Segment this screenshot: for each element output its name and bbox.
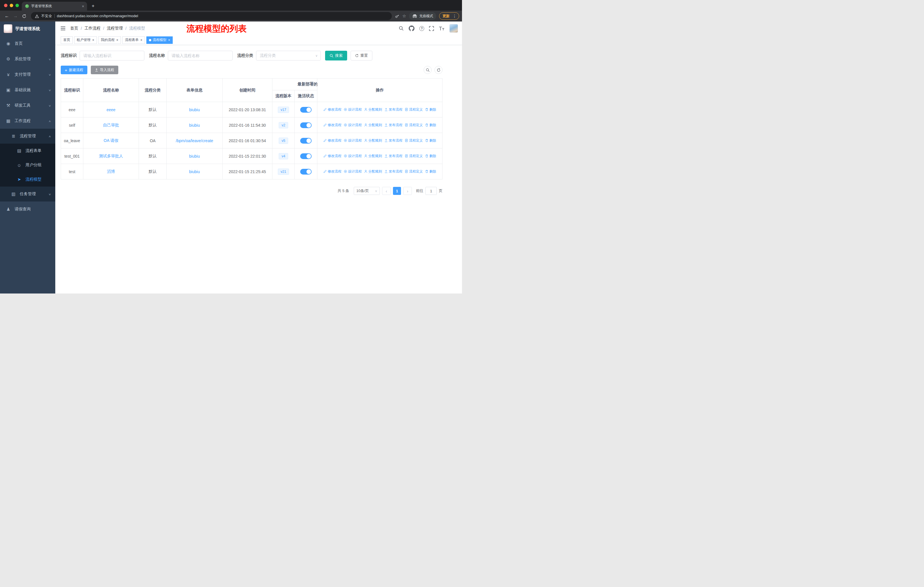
sidebar-item-user-group[interactable]: ☺ 用户分组 bbox=[0, 158, 55, 172]
sidebar-item-system[interactable]: ⚙ 系统管理 ∨ bbox=[0, 51, 55, 67]
key-icon[interactable] bbox=[394, 13, 401, 20]
form-link[interactable]: biubiu bbox=[189, 154, 200, 159]
breadcrumb-item[interactable]: 工作流程 bbox=[84, 26, 101, 31]
definition-action-link[interactable]: 流程定义 bbox=[405, 107, 423, 112]
process-name-link[interactable]: OA 请假 bbox=[104, 138, 118, 143]
breadcrumb-item[interactable]: 首页 bbox=[70, 26, 78, 31]
sidebar-item-process-form[interactable]: ▤ 流程表单 bbox=[0, 144, 55, 158]
category-select[interactable]: 流程分类 ∨ bbox=[256, 51, 321, 61]
assign-action-link[interactable]: 分配规则 bbox=[364, 169, 382, 174]
design-action-link[interactable]: 设计流程 bbox=[344, 154, 362, 159]
new-tab-button[interactable]: + bbox=[89, 2, 97, 10]
design-action-link[interactable]: 设计流程 bbox=[344, 107, 362, 112]
user-avatar[interactable] bbox=[449, 24, 458, 33]
close-window-button[interactable] bbox=[4, 4, 7, 7]
publish-action-link[interactable]: 发布流程 bbox=[384, 154, 403, 159]
reset-button[interactable]: 重置 bbox=[351, 51, 372, 61]
show-search-button[interactable] bbox=[424, 66, 432, 74]
edit-action-link[interactable]: 修改流程 bbox=[323, 154, 342, 159]
fullscreen-icon[interactable] bbox=[429, 26, 434, 31]
delete-action-link[interactable]: 删除 bbox=[425, 169, 436, 174]
forward-button[interactable]: → bbox=[12, 12, 20, 20]
tab-close-icon[interactable]: × bbox=[81, 4, 85, 9]
version-tag[interactable]: v17 bbox=[278, 107, 289, 113]
assign-action-link[interactable]: 分配规则 bbox=[364, 138, 382, 143]
delete-action-link[interactable]: 删除 bbox=[425, 138, 436, 143]
process-name-input[interactable] bbox=[168, 51, 233, 61]
delete-action-link[interactable]: 删除 bbox=[425, 123, 436, 127]
tab-tenant-management[interactable]: 租户管理 × bbox=[74, 36, 97, 44]
publish-action-link[interactable]: 发布流程 bbox=[384, 169, 403, 174]
design-action-link[interactable]: 设计流程 bbox=[344, 138, 362, 143]
close-icon[interactable]: × bbox=[140, 38, 142, 42]
active-toggle[interactable] bbox=[300, 107, 312, 112]
reload-button[interactable] bbox=[20, 12, 28, 20]
sidebar-item-payment[interactable]: ¥ 支付管理 ∨ bbox=[0, 67, 55, 82]
form-link[interactable]: /bpm/oa/leave/create bbox=[176, 139, 213, 143]
url-text[interactable]: dashboard.yudao.iocoder.cn/bpm/manager/m… bbox=[57, 14, 139, 18]
definition-action-link[interactable]: 流程定义 bbox=[405, 169, 423, 174]
breadcrumb-item[interactable]: 流程管理 bbox=[107, 26, 123, 31]
search-icon[interactable] bbox=[399, 26, 404, 31]
browser-update-button[interactable]: 更新 ⋮ bbox=[439, 12, 459, 20]
process-name-link[interactable]: eeee bbox=[107, 107, 116, 112]
process-name-link[interactable]: 自己审批 bbox=[103, 123, 119, 127]
refresh-table-button[interactable] bbox=[434, 66, 442, 74]
sidebar-logo[interactable]: 芋道管理系统 bbox=[0, 21, 55, 36]
form-link[interactable]: biubiu bbox=[189, 123, 200, 127]
design-action-link[interactable]: 设计流程 bbox=[344, 123, 362, 127]
browser-menu-icon[interactable]: ⋮ bbox=[451, 14, 458, 18]
assign-action-link[interactable]: 分配规则 bbox=[364, 123, 382, 127]
help-icon[interactable] bbox=[419, 26, 424, 31]
edit-action-link[interactable]: 修改流程 bbox=[323, 169, 342, 174]
edit-action-link[interactable]: 修改流程 bbox=[323, 123, 342, 127]
version-tag[interactable]: v2 bbox=[279, 122, 288, 128]
bookmark-star-icon[interactable]: ☆ bbox=[403, 13, 406, 19]
address-bar[interactable]: 不安全 dashboard.yudao.iocoder.cn/bpm/manag… bbox=[31, 12, 392, 20]
sidebar-item-home[interactable]: ◉ 首页 bbox=[0, 36, 55, 51]
definition-action-link[interactable]: 流程定义 bbox=[405, 123, 423, 127]
assign-action-link[interactable]: 分配规则 bbox=[364, 154, 382, 159]
assign-action-link[interactable]: 分配规则 bbox=[364, 107, 382, 112]
close-icon[interactable]: × bbox=[116, 38, 118, 42]
page-size-select[interactable]: 10条/页 ∨ bbox=[354, 187, 380, 195]
sidebar-item-leave-query[interactable]: ♟ 请假查询 bbox=[0, 202, 55, 217]
process-name-link[interactable]: 测试多审批人 bbox=[99, 154, 123, 158]
tab-process-form[interactable]: 流程表单 × bbox=[122, 36, 145, 44]
minimize-window-button[interactable] bbox=[10, 4, 13, 7]
current-page-button[interactable]: 1 bbox=[393, 187, 401, 195]
delete-action-link[interactable]: 删除 bbox=[425, 154, 436, 159]
font-size-icon[interactable] bbox=[439, 26, 444, 31]
close-icon[interactable]: × bbox=[92, 38, 94, 42]
sidebar-toggle-button[interactable] bbox=[60, 26, 66, 31]
security-label[interactable]: 不安全 bbox=[41, 14, 52, 19]
import-process-button[interactable]: 导入流程 bbox=[91, 66, 118, 74]
sidebar-item-process-model[interactable]: ➤ 流程模型 bbox=[0, 172, 55, 187]
next-page-button[interactable]: › bbox=[403, 187, 412, 195]
process-name-link[interactable]: 滔博 bbox=[107, 169, 115, 174]
process-key-input[interactable] bbox=[80, 51, 144, 61]
goto-page-input[interactable] bbox=[425, 187, 437, 195]
form-link[interactable]: biubiu bbox=[189, 107, 200, 112]
design-action-link[interactable]: 设计流程 bbox=[344, 169, 362, 174]
edit-action-link[interactable]: 修改流程 bbox=[323, 138, 342, 143]
create-process-button[interactable]: + 新建流程 bbox=[61, 66, 87, 74]
close-icon[interactable]: × bbox=[168, 38, 170, 42]
active-toggle[interactable] bbox=[300, 153, 312, 159]
search-button[interactable]: 搜索 bbox=[325, 51, 347, 61]
tab-my-process[interactable]: 我的流程 × bbox=[98, 36, 121, 44]
form-link[interactable]: biubiu bbox=[189, 169, 200, 174]
github-icon[interactable] bbox=[409, 25, 414, 31]
prev-page-button[interactable]: ‹ bbox=[382, 187, 391, 195]
version-tag[interactable]: v21 bbox=[278, 169, 289, 175]
sidebar-item-workflow[interactable]: ▦ 工作流程 ∧ bbox=[0, 113, 55, 129]
version-tag[interactable]: v5 bbox=[279, 137, 288, 144]
zoom-window-button[interactable] bbox=[15, 4, 19, 7]
back-button[interactable]: ← bbox=[3, 12, 11, 20]
incognito-badge[interactable]: 无痕模式 bbox=[409, 12, 436, 20]
active-toggle[interactable] bbox=[300, 169, 312, 175]
sidebar-item-infrastructure[interactable]: ▣ 基础设施 ∨ bbox=[0, 82, 55, 98]
browser-tab[interactable]: 芋道管理系统 × bbox=[22, 2, 87, 11]
active-toggle[interactable] bbox=[300, 122, 312, 128]
publish-action-link[interactable]: 发布流程 bbox=[384, 123, 403, 127]
